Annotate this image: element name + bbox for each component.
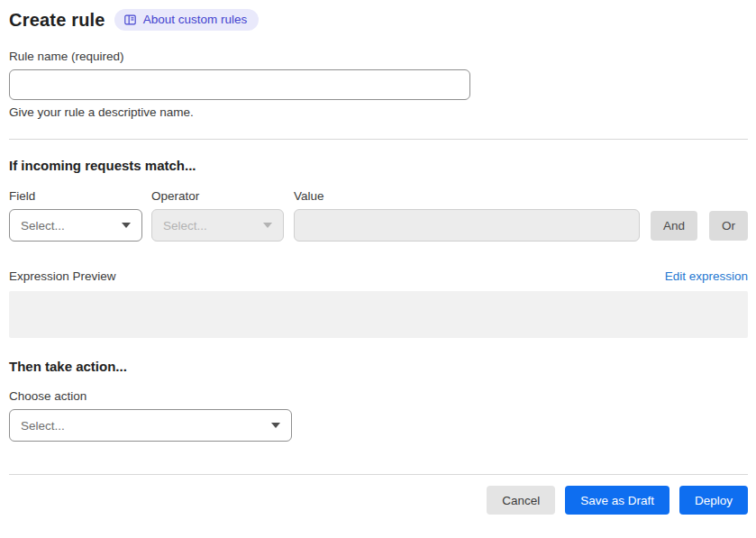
chevron-down-icon (122, 223, 131, 228)
footer-actions: Cancel Save as Draft Deploy (9, 486, 748, 515)
footer-divider (9, 474, 748, 475)
match-section-heading: If incoming requests match... (9, 158, 748, 173)
and-button[interactable]: And (651, 211, 697, 241)
and-or-buttons: And Or (651, 211, 748, 241)
action-section-heading: Then take action... (9, 359, 748, 374)
chevron-down-icon (271, 423, 280, 428)
save-as-draft-button[interactable]: Save as Draft (565, 486, 669, 515)
rule-name-helper: Give your rule a descriptive name. (9, 105, 748, 119)
value-group: Value (294, 189, 640, 242)
operator-label: Operator (151, 189, 284, 203)
value-label: Value (294, 189, 640, 203)
cancel-button[interactable]: Cancel (487, 486, 555, 515)
expression-preview-box (9, 291, 748, 338)
chevron-down-icon (263, 223, 272, 228)
page-title: Create rule (9, 10, 105, 31)
operator-select[interactable]: Select... (151, 209, 284, 242)
choose-action-select[interactable]: Select... (9, 409, 292, 442)
field-select[interactable]: Select... (9, 209, 142, 242)
section-divider (9, 139, 748, 140)
book-icon (123, 14, 137, 26)
create-rule-page: Create rule About custom rules Rule name… (0, 0, 756, 515)
rule-name-input[interactable] (9, 69, 470, 100)
about-custom-rules-badge[interactable]: About custom rules (114, 9, 260, 31)
deploy-button[interactable]: Deploy (679, 486, 748, 515)
choose-action-label: Choose action (9, 389, 748, 403)
page-header: Create rule About custom rules (9, 9, 748, 31)
expression-preview-row: Expression Preview Edit expression (9, 269, 748, 283)
value-input[interactable] (294, 209, 640, 242)
or-button[interactable]: Or (709, 211, 748, 241)
choose-action-placeholder: Select... (21, 419, 65, 433)
field-group: Field Select... (9, 189, 142, 242)
rule-name-label: Rule name (required) (9, 50, 748, 63)
expression-preview-label: Expression Preview (9, 269, 116, 283)
field-select-placeholder: Select... (21, 219, 65, 233)
match-condition-row: Field Select... Operator Select... Value… (9, 189, 748, 242)
edit-expression-link[interactable]: Edit expression (665, 269, 748, 283)
rule-name-block: Rule name (required) Give your rule a de… (9, 50, 748, 119)
operator-select-placeholder: Select... (163, 219, 207, 233)
about-badge-label: About custom rules (143, 13, 248, 26)
operator-group: Operator Select... (151, 189, 284, 242)
field-label: Field (9, 189, 142, 203)
